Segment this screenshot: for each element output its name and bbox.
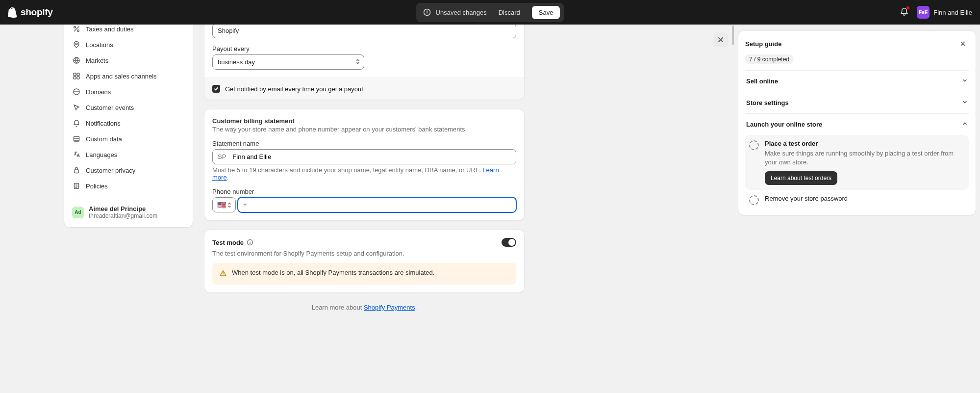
shopify-logo[interactable]: shopify (8, 7, 52, 18)
statement-label: Statement name (212, 140, 516, 147)
svg-point-3 (77, 30, 79, 32)
sidebar-item-label: Apps and sales channels (86, 73, 157, 80)
bell-icon (72, 119, 81, 128)
sidebar-item-label: Customer events (86, 104, 134, 111)
settings-main: Payout every Get notified by email every… (204, 18, 525, 393)
task-desc: Make sure things are running smoothly by… (765, 149, 965, 166)
close-settings-button[interactable] (713, 32, 728, 47)
task-remove-password[interactable]: Remove your store password (745, 190, 969, 210)
sidebar-item-label: Custom data (86, 135, 122, 143)
descriptor-input[interactable] (212, 23, 516, 38)
svg-rect-8 (74, 77, 76, 79)
store-menu[interactable]: FaE Finn and Ellie (917, 6, 972, 19)
task-place-test-order[interactable]: Place a test order Make sure things are … (745, 135, 969, 190)
guide-close-button[interactable] (957, 38, 969, 50)
database-icon (72, 134, 81, 143)
svg-rect-6 (74, 73, 76, 76)
guide-title: Setup guide (745, 40, 781, 48)
sidebar-item-customer-events[interactable]: Customer events (67, 100, 190, 115)
footer-text: Learn more about Shopify Payments. (204, 302, 525, 316)
test-mode-toggle[interactable] (502, 238, 516, 247)
phone-input[interactable] (238, 197, 516, 212)
sidebar-item-policies[interactable]: Policies (67, 178, 190, 194)
notify-checkbox-row[interactable]: Get notified by email every time you get… (212, 85, 516, 93)
payout-label: Payout every (212, 45, 516, 52)
logo-text: shopify (21, 7, 52, 18)
payout-select[interactable] (212, 54, 364, 70)
sidebar-item-label: Policies (86, 183, 108, 190)
user-account[interactable]: Ad Aimee del Principe threadcraftian@gma… (67, 200, 190, 224)
billing-title: Customer billing statement (212, 117, 516, 125)
divider (69, 197, 188, 197)
svg-point-4 (75, 43, 77, 45)
info-icon[interactable] (247, 239, 253, 246)
statement-help: Must be 5 to 19 characters and include y… (212, 166, 516, 181)
test-mode-alert: When test mode is on, all Shopify Paymen… (212, 263, 516, 285)
globe-icon (72, 56, 81, 65)
lock-icon (72, 166, 81, 175)
task-title: Place a test order (765, 140, 965, 147)
guide-progress: 7 / 9 completed (745, 54, 793, 64)
sidebar-item-languages[interactable]: Languages (67, 147, 190, 162)
alert-icon (423, 8, 431, 16)
task-status-ring (749, 140, 759, 150)
sidebar-item-markets[interactable]: Markets (67, 52, 190, 68)
sidebar-item-notifications[interactable]: Notifications (67, 115, 190, 131)
country-select[interactable]: 🇺🇸 (212, 197, 236, 212)
sidebar-item-label: Languages (86, 151, 117, 158)
store-name: Finn and Ellie (933, 9, 972, 16)
billing-card: Customer billing statement The way your … (204, 109, 525, 221)
sidebar-item-privacy[interactable]: Customer privacy (67, 162, 190, 178)
warning-icon (219, 269, 227, 279)
statement-input[interactable] (231, 150, 516, 164)
flag-icon: 🇺🇸 (217, 201, 226, 210)
test-mode-desc: The test environment for Shopify Payment… (212, 250, 516, 257)
sidebar-item-label: Taxes and duties (86, 26, 134, 33)
test-mode-card: Test mode The test environment for Shopi… (204, 230, 525, 293)
sidebar-item-label: Markets (86, 57, 108, 64)
sidebar-item-locations[interactable]: Locations (67, 37, 190, 52)
sidebar-item-label: Customer privacy (86, 167, 135, 174)
pin-icon (72, 40, 81, 49)
notify-checkbox[interactable] (212, 85, 220, 93)
phone-label: Phone number (212, 188, 516, 195)
language-icon (72, 150, 81, 159)
notification-badge (906, 6, 910, 10)
unsaved-text: Unsaved changes (436, 9, 487, 16)
sidebar-item-custom-data[interactable]: Custom data (67, 131, 190, 147)
notifications-bell[interactable] (900, 7, 909, 18)
shopify-payments-link[interactable]: Shopify Payments (364, 304, 415, 311)
grid-icon (72, 72, 81, 80)
guide-section-store-settings[interactable]: Store settings (745, 92, 969, 113)
user-name: Aimee del Principe (89, 205, 157, 212)
alert-text: When test mode is on, all Shopify Paymen… (232, 269, 434, 276)
sidebar-item-apps[interactable]: Apps and sales channels (67, 68, 190, 84)
payout-card: Payout every Get notified by email every… (204, 18, 525, 100)
task-status-ring (749, 195, 759, 205)
chevron-down-icon (962, 99, 968, 106)
chevron-down-icon (962, 78, 968, 85)
discard-button[interactable]: Discard (493, 6, 526, 19)
user-avatar: Ad (72, 207, 84, 218)
right-rail: Setup guide 7 / 9 completed Sell online … (734, 25, 980, 393)
domain-icon (72, 87, 81, 96)
save-button[interactable]: Save (532, 6, 560, 19)
document-icon (72, 182, 81, 190)
sidebar-item-domains[interactable]: Domains (67, 84, 190, 100)
setup-guide: Setup guide 7 / 9 completed Sell online … (738, 30, 976, 215)
sidebar-item-label: Notifications (86, 120, 121, 127)
svg-point-15 (250, 241, 250, 241)
sidebar-item-label: Domains (86, 88, 111, 96)
learn-test-orders-button[interactable]: Learn about test orders (765, 171, 837, 185)
guide-section-sell-online[interactable]: Sell online (745, 70, 969, 92)
task-title: Remove your store password (765, 195, 965, 202)
close-icon (960, 41, 966, 47)
settings-sidebar: Taxes and duties Locations Markets Apps … (64, 18, 193, 228)
svg-point-1 (427, 13, 427, 14)
top-bar: shopify Unsaved changes Discard Save FaE… (0, 0, 980, 25)
close-icon (717, 36, 724, 43)
guide-section-launch[interactable]: Launch your online store (745, 113, 969, 135)
cursor-icon (72, 103, 81, 112)
chevron-up-icon (962, 121, 968, 128)
statement-prefix: SP (213, 150, 231, 164)
